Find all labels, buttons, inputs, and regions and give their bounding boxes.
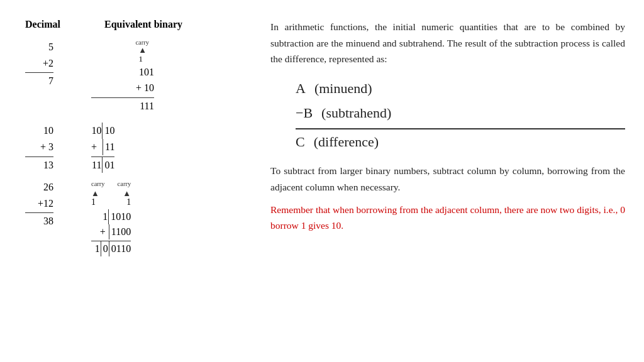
decimal-s3-row2: +12 [25, 195, 53, 214]
right-panel: In arithmetic functions, the initial num… [258, 0, 644, 362]
bin-s2-row3: 1101 [91, 157, 114, 173]
bin-s1-row2: + 10 [91, 80, 154, 98]
borrow-text-red: Remember that when borrowing from the ad… [270, 204, 625, 231]
decimal-section1: 5 +2 7 [25, 39, 53, 89]
decimal-s2-row1: 10 [25, 123, 53, 139]
binary-section3: carry carry ▲ ▲ 1 1 1 1010 + 1100 [91, 179, 131, 256]
carry-digit-s3-2: 1 [126, 197, 131, 208]
carry-labels-s3: carry carry [91, 179, 131, 189]
decimal-s1-row2: +2 [25, 55, 53, 74]
binary-section2: 1010 + 11 1101 [91, 123, 114, 173]
formula-c: C [296, 129, 305, 155]
formula-a: A [296, 76, 306, 101]
decimal-header: Decimal [25, 19, 60, 30]
decimal-s2-row2: + 3 [25, 139, 53, 157]
formula-subtrahend: (subtrahend) [321, 101, 391, 126]
carry-arrow-s3-2: ▲ [123, 189, 131, 197]
intro-paragraph: In arithmetic functions, the initial num… [270, 19, 625, 67]
binary-section1: carry ▲ 1 101 + 10 111 [91, 39, 154, 114]
bin-s2-row2: + 11 [91, 139, 114, 157]
carry-digits-s3: 1 1 [91, 197, 131, 208]
decimal-s3-row1: 26 [25, 179, 53, 195]
formula-minuend: (minuend) [314, 76, 372, 101]
carry-digit-s3-1: 1 [91, 197, 96, 208]
left-panel: Decimal Equivalent binary 5 +2 7 carry ▲… [0, 0, 258, 362]
subtract-paragraph: To subtract from larger binary numbers, … [270, 163, 625, 195]
decimal-s1-row3: 7 [25, 73, 53, 89]
bin-s2-row1: 1010 [91, 123, 114, 139]
bin-s1-row1: 101 [91, 64, 154, 80]
carry-digit-s1: 1 [91, 54, 143, 64]
decimal-section3: 26 +12 38 [25, 179, 53, 229]
decimal-s2-row3: 13 [25, 157, 53, 173]
formula-line2: −B (subtrahend) [296, 101, 625, 129]
carry-label-s3-1: carry [91, 179, 105, 189]
formula-difference: (difference) [314, 129, 379, 155]
formula-line3: C (difference) [296, 129, 625, 155]
borrow-paragraph: Remember that when borrowing from the ad… [270, 202, 625, 234]
decimal-section2: 10 + 3 13 [25, 123, 53, 173]
binary-header: Equivalent binary [104, 19, 182, 30]
bin-s3-row1: 1 1010 [91, 209, 131, 224]
carry-arrows-s3: ▲ ▲ [91, 189, 131, 197]
bin-s3-row2: + 1100 [91, 224, 131, 241]
decimal-s3-row3: 38 [25, 213, 53, 229]
formula-line1: A (minuend) [296, 76, 625, 101]
bin-s1-row3: 111 [91, 98, 154, 114]
formula-minus-b: −B [296, 101, 313, 126]
decimal-s1-row1: 5 [25, 39, 53, 55]
carry-arrow-s3-1: ▲ [91, 189, 99, 197]
carry-label-s3-2: carry [118, 179, 131, 189]
carry-arrow-s1: ▲ [91, 46, 147, 54]
formula-block: A (minuend) −B (subtrahend) C (differenc… [296, 76, 625, 155]
bin-s3-row3: 1 0 0110 [91, 241, 131, 256]
